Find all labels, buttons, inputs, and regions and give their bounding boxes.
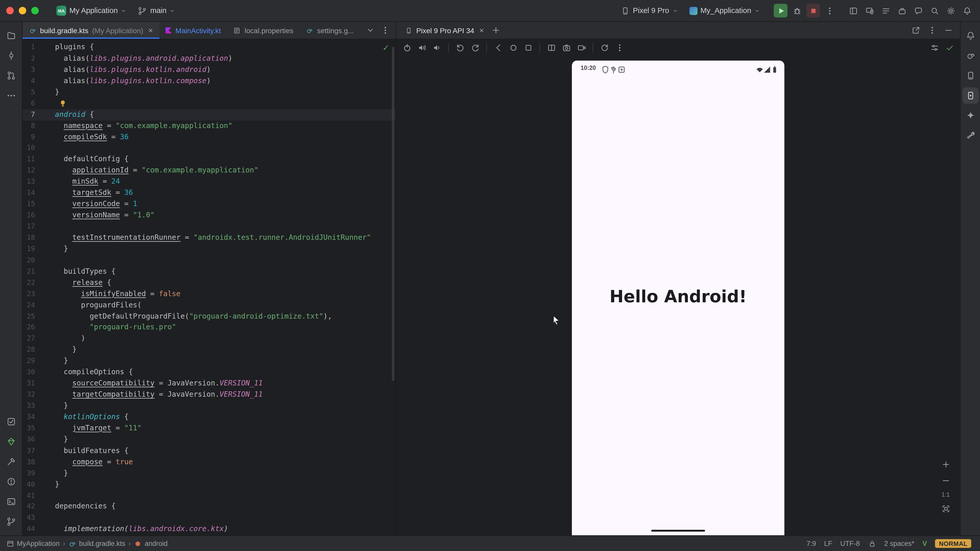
tab-pixel-9-pro-api-34[interactable]: Pixel 9 Pro API 34 ×	[400, 22, 489, 39]
line-number[interactable]: 32	[22, 389, 35, 400]
close-tab-icon[interactable]: ×	[148, 26, 153, 35]
line-number[interactable]: 16	[22, 210, 35, 221]
line-number[interactable]: 20	[22, 255, 35, 266]
code-line[interactable]: 6	[22, 98, 396, 109]
back-button[interactable]	[491, 41, 505, 54]
app-insights-tool-button[interactable]	[3, 433, 19, 450]
code-line[interactable]: 10	[22, 143, 396, 154]
close-window-button[interactable]	[6, 7, 14, 14]
line-number[interactable]: 4	[22, 76, 35, 87]
line-number[interactable]: 3	[22, 64, 35, 76]
todo-tool-button[interactable]	[3, 413, 19, 430]
line-number[interactable]: 10	[22, 143, 35, 154]
code-line[interactable]: 38 compose = true	[22, 456, 396, 468]
code-line[interactable]: 20	[22, 255, 396, 266]
line-number[interactable]: 35	[22, 423, 35, 434]
line-number[interactable]: 18	[22, 232, 35, 244]
breadcrumb-android[interactable]: android	[134, 540, 168, 548]
line-number[interactable]: 23	[22, 289, 35, 300]
line-number[interactable]: 19	[22, 244, 35, 255]
code-line[interactable]: 19 }	[22, 244, 396, 255]
tab-options-button[interactable]	[378, 24, 392, 37]
hide-panel-button[interactable]	[941, 24, 955, 37]
line-number[interactable]: 9	[22, 132, 35, 143]
breadcrumb-build-gradle-kts[interactable]: build.gradle.kts	[68, 540, 125, 548]
device-screen[interactable]: 10:20 Hello Android!	[572, 61, 784, 535]
reboot-button[interactable]	[597, 41, 611, 54]
code-line[interactable]: 34 kotlinOptions {	[22, 412, 396, 423]
tab-settings-gradle[interactable]: settings.g...	[300, 22, 360, 39]
code-line[interactable]: 42dependencies {	[22, 501, 396, 513]
rotate-left-button[interactable]	[453, 41, 467, 54]
code-line[interactable]: 25 getDefaultProguardFile("proguard-andr…	[22, 311, 396, 322]
line-number[interactable]: 14	[22, 187, 35, 199]
stop-button[interactable]	[806, 4, 820, 17]
code-line[interactable]: 1plugins {	[22, 42, 396, 53]
device-selector[interactable]: Pixel 9 Pro	[617, 4, 682, 17]
code-line[interactable]: 23 isMinifyEnabled = false	[22, 289, 396, 300]
power-button[interactable]	[400, 41, 414, 54]
code-line[interactable]: 28 }	[22, 345, 396, 356]
branch-widget[interactable]: main	[134, 4, 179, 17]
line-number[interactable]: 5	[22, 87, 35, 98]
hidden-tabs-button[interactable]	[363, 24, 377, 37]
line-number[interactable]: 21	[22, 266, 35, 277]
screenshot-button[interactable]	[559, 41, 573, 54]
line-number[interactable]: 41	[22, 490, 35, 501]
code-line[interactable]: 7android {	[22, 109, 396, 121]
code-line[interactable]: 24 proguardFiles(	[22, 300, 396, 311]
rotate-right-button[interactable]	[468, 41, 482, 54]
code-line[interactable]: 11 defaultConfig {	[22, 154, 396, 165]
line-separator-widget[interactable]: LF	[824, 540, 832, 547]
line-number[interactable]: 8	[22, 121, 35, 132]
zoom-window-button[interactable]	[31, 7, 38, 14]
line-number[interactable]: 22	[22, 277, 35, 289]
chat-icon[interactable]	[912, 4, 925, 17]
line-number[interactable]: 11	[22, 154, 35, 165]
lock-icon[interactable]	[868, 540, 876, 548]
code-line[interactable]: 31 sourceCompatibility = JavaVersion.VER…	[22, 378, 396, 389]
build-tool-button[interactable]	[3, 454, 19, 470]
assistant-tool-button[interactable]	[962, 127, 978, 144]
line-number[interactable]: 27	[22, 333, 35, 345]
caret-position-widget[interactable]: 7:9	[807, 540, 816, 547]
code-line[interactable]: 41	[22, 490, 396, 501]
line-number[interactable]: 30	[22, 367, 35, 378]
code-line[interactable]: 3 alias(libs.plugins.kotlin.android)	[22, 64, 396, 76]
plugins-icon[interactable]	[895, 4, 909, 17]
recents-button[interactable]	[521, 41, 535, 54]
line-number[interactable]: 7	[22, 109, 35, 121]
code-line[interactable]: 22 release {	[22, 277, 396, 289]
line-number[interactable]: 13	[22, 176, 35, 187]
code-line[interactable]: 18 testInstrumentationRunner = "androidx…	[22, 232, 396, 244]
zoom-in-button[interactable]	[940, 459, 951, 470]
code-line[interactable]: 21 buildTypes {	[22, 266, 396, 277]
indent-widget[interactable]: 2 spaces*	[884, 540, 914, 547]
running-devices-tool-button[interactable]	[962, 87, 978, 104]
line-number[interactable]: 31	[22, 378, 35, 389]
code-line[interactable]: 29 }	[22, 356, 396, 367]
line-number[interactable]: 6	[22, 98, 35, 109]
code-line[interactable]: 12 applicationId = "com.example.myapplic…	[22, 165, 396, 176]
gradle-tool-button[interactable]	[962, 48, 978, 64]
version-control-tool-button[interactable]	[3, 513, 19, 530]
line-number[interactable]: 38	[22, 456, 35, 468]
code-line[interactable]: 36 }	[22, 434, 396, 445]
home-button[interactable]	[506, 41, 520, 54]
code-line[interactable]: 27 )	[22, 333, 396, 345]
code-line[interactable]: 32 targetCompatibility = JavaVersion.VER…	[22, 389, 396, 400]
line-number[interactable]: 39	[22, 468, 35, 479]
fold-button[interactable]	[544, 41, 558, 54]
code-line[interactable]: 9 compileSdk = 36	[22, 132, 396, 143]
line-number[interactable]: 36	[22, 434, 35, 445]
line-number[interactable]: 37	[22, 445, 35, 457]
line-number[interactable]: 26	[22, 322, 35, 333]
intention-bulb-icon[interactable]	[59, 99, 67, 107]
terminal-tool-button[interactable]	[3, 494, 19, 510]
screen-record-button[interactable]	[574, 41, 588, 54]
line-number[interactable]: 25	[22, 311, 35, 322]
settings-icon[interactable]	[944, 4, 958, 17]
code-line[interactable]: 16 versionName = "1.0"	[22, 210, 396, 221]
code-line[interactable]: 15 versionCode = 1	[22, 199, 396, 210]
zoom-out-button[interactable]	[940, 475, 951, 486]
